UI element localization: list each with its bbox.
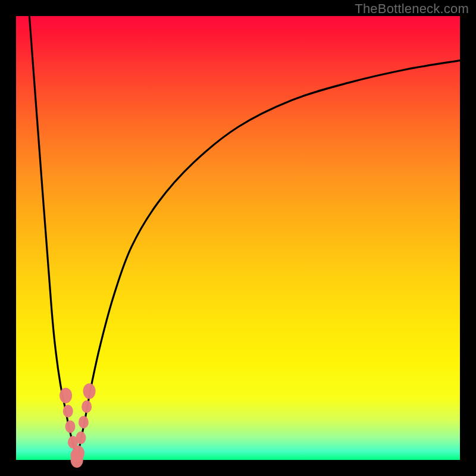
data-marker [65,420,76,433]
data-marker [63,405,73,417]
data-marker [83,383,96,399]
data-marker [79,416,89,428]
bottleneck-plot [16,16,460,460]
curve-right-branch [77,61,460,460]
data-marker [60,388,72,403]
data-marker [76,431,86,444]
data-marker [82,400,92,413]
data-marker [72,446,84,461]
chart-area [16,16,460,460]
marker-layer [60,383,96,468]
watermark-text: TheBottleneck.com [355,1,469,17]
